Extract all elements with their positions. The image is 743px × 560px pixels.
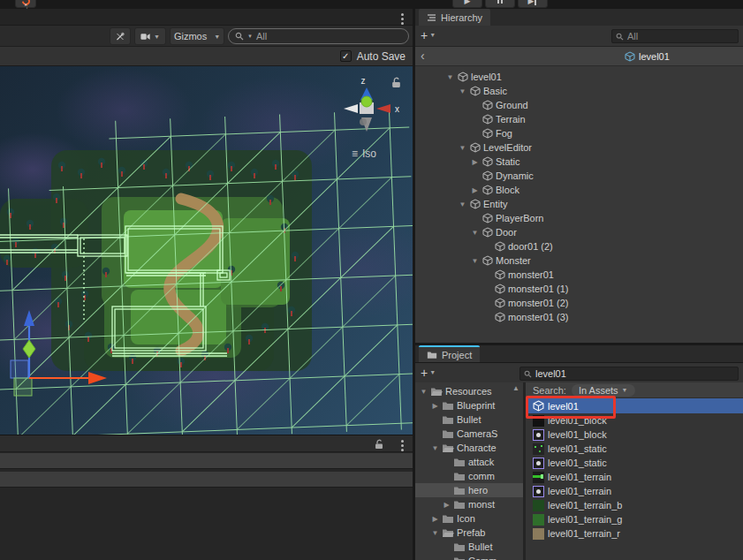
tree-item[interactable]: monster01 <box>436 268 743 282</box>
tree-item-label: monster01 (2) <box>508 298 568 308</box>
result-item[interactable]: level01_static <box>526 456 743 470</box>
lock-icon[interactable] <box>374 439 384 450</box>
result-label: level01 <box>548 401 579 412</box>
foldout-arrow[interactable]: ▶ <box>470 158 480 166</box>
foldout-arrow[interactable]: ▼ <box>458 87 467 95</box>
folder-item[interactable]: ▶monst <box>415 497 523 511</box>
panel-menu-icon[interactable] <box>401 440 404 451</box>
gameobject-cube-icon <box>482 156 493 167</box>
folder-item[interactable]: ▼Prefab <box>415 526 523 540</box>
tab-hierarchy[interactable]: Hierarchy <box>419 9 490 26</box>
folder-item[interactable]: hero <box>415 483 523 497</box>
hierarchy-icon <box>427 13 436 22</box>
tree-item[interactable]: Ground <box>436 98 743 112</box>
tree-item[interactable]: ▼Monster <box>436 254 743 268</box>
scene-camera-button[interactable]: ▼ <box>134 27 166 45</box>
result-item[interactable]: level01_terrain_g <box>526 512 743 526</box>
back-chevron[interactable]: ‹ <box>421 49 425 63</box>
result-item[interactable]: level01_terrain_r <box>526 526 743 541</box>
folder-item[interactable]: attack <box>415 455 523 469</box>
tree-item[interactable]: ▼LevelEditor <box>436 140 743 155</box>
folder-item[interactable]: ▶Blueprint <box>415 398 523 412</box>
folder-item[interactable]: CameraS <box>415 427 523 441</box>
foldout-arrow[interactable]: ▶ <box>443 501 451 509</box>
panel-row[interactable] <box>0 453 413 469</box>
panel-row[interactable] <box>0 472 413 488</box>
tree-item[interactable]: Dynamic <box>436 169 743 183</box>
gameobject-cube-icon <box>495 241 505 252</box>
scene-search-input[interactable]: ▼ All <box>228 28 409 44</box>
foldout-arrow[interactable]: ▼ <box>458 144 467 152</box>
tree-item[interactable]: monster01 (2) <box>436 296 743 310</box>
folder-item[interactable]: ▼Characte <box>415 441 523 455</box>
scene-viewport[interactable]: ≡ Iso zx <box>0 66 413 435</box>
tree-item[interactable]: Terrain <box>436 112 743 126</box>
breadcrumb-current[interactable]: level01 <box>625 47 670 66</box>
foldout-arrow[interactable]: ▶ <box>431 402 439 410</box>
folder-label: Prefab <box>457 527 485 538</box>
result-item[interactable]: level01_terrain <box>526 484 743 498</box>
foldout-arrow[interactable]: ▼ <box>431 444 439 452</box>
search-filter-row: Search: In Assets ▼ <box>526 382 743 398</box>
tree-item[interactable]: ▶Block <box>436 183 743 197</box>
foldout-arrow[interactable]: ▼ <box>445 73 455 81</box>
result-item[interactable]: level01_block <box>526 413 743 428</box>
foldout-arrow[interactable]: ▼ <box>470 229 480 237</box>
scene-tools-button[interactable] <box>110 27 131 45</box>
tree-item[interactable]: Fog <box>436 126 743 140</box>
project-search-value: level01 <box>535 368 566 379</box>
tree-item[interactable]: monster01 (3) <box>436 310 743 324</box>
folder-item[interactable]: ▶Icon <box>415 511 523 526</box>
search-scope-dropdown[interactable]: In Assets ▼ <box>572 384 635 397</box>
result-item[interactable]: level01 <box>526 398 743 413</box>
gameobject-cube-icon <box>495 269 505 280</box>
folder-item[interactable]: Comm <box>415 554 523 560</box>
result-item[interactable]: level01_static <box>526 442 743 456</box>
step-button[interactable]: ▶ <box>518 0 548 8</box>
result-item[interactable]: level01_terrain <box>526 470 743 484</box>
tree-item[interactable]: ▼Entity <box>436 197 743 211</box>
pause-button[interactable] <box>485 0 515 8</box>
folder-item[interactable]: ▼Resources <box>415 384 523 398</box>
foldout-arrow[interactable]: ▶ <box>470 186 480 194</box>
foldout-arrow[interactable]: ▼ <box>431 529 439 537</box>
play-button[interactable]: ▶ <box>452 0 482 8</box>
result-label: level01_terrain_g <box>548 514 622 525</box>
create-button[interactable]: +▼ <box>421 29 436 42</box>
tree-item[interactable]: door01 (2) <box>436 239 743 254</box>
hierarchy-tree: ▼level01▼BasicGroundTerrainFog▼LevelEdit… <box>415 66 743 343</box>
tree-item[interactable]: ▼level01 <box>436 70 743 84</box>
tree-item[interactable]: ▼Basic <box>436 84 743 98</box>
axis-orientation-gizmo: zx <box>344 76 399 132</box>
hierarchy-search-input[interactable]: All <box>611 29 739 43</box>
create-asset-button[interactable]: +▼ <box>421 367 436 379</box>
folder-item[interactable]: Bullet <box>415 540 523 554</box>
folder-label: attack <box>468 457 494 467</box>
folder-item[interactable]: comm <box>415 469 523 483</box>
tree-item[interactable]: PlayerBorn <box>436 211 743 225</box>
folder-label: Characte <box>457 443 497 453</box>
result-item[interactable]: level01_terrain_b <box>526 498 743 512</box>
folder-label: Resources <box>445 386 492 397</box>
foldout-arrow[interactable]: ▼ <box>470 257 480 265</box>
gizmos-dropdown[interactable]: Gizmos ▼ <box>170 27 224 45</box>
scroll-up-icon[interactable]: ▲ <box>512 384 519 392</box>
prefab-breadcrumb-bar: ‹ level01 <box>415 47 743 66</box>
foldout-arrow[interactable]: ▶ <box>431 515 439 523</box>
folder-item[interactable]: Bullet <box>415 412 523 427</box>
scene-menu-icon[interactable] <box>401 13 404 25</box>
foldout-arrow[interactable]: ▼ <box>458 201 467 208</box>
tree-item[interactable]: monster01 (1) <box>436 282 743 296</box>
snap-tool-button[interactable]: +. <box>15 0 36 8</box>
tree-item[interactable]: ▶Static <box>436 155 743 169</box>
result-item[interactable]: level01_block <box>526 428 743 442</box>
tex-dots-icon <box>533 443 544 455</box>
autosave-checkbox[interactable]: ✓ <box>340 50 352 62</box>
folder-label: Comm <box>468 556 497 560</box>
project-search-input[interactable]: level01 <box>519 367 739 381</box>
tree-item[interactable]: ▼Door <box>436 225 743 239</box>
camera-dropdown-arrow: ▼ <box>154 34 160 40</box>
foldout-arrow[interactable]: ▼ <box>420 388 428 396</box>
scene-tab-bar <box>0 9 413 26</box>
tab-project[interactable]: Project <box>419 345 480 362</box>
